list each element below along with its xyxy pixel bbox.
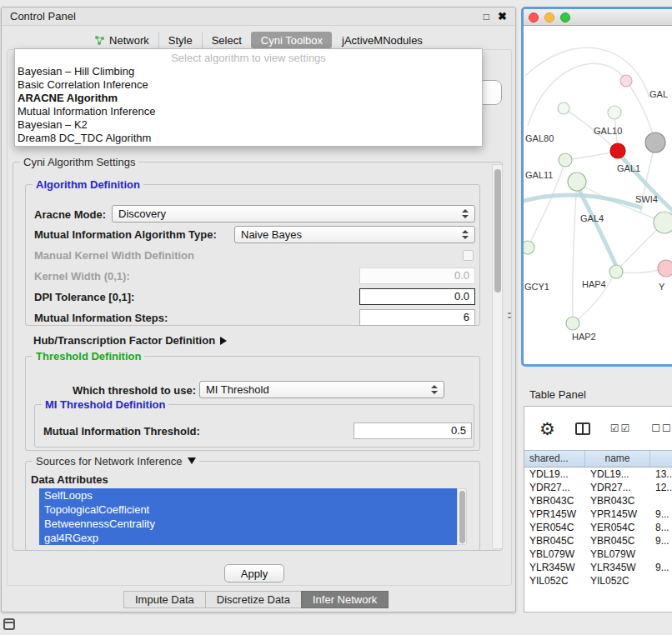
attribute-item-selected[interactable]: gal4RGexp bbox=[39, 531, 457, 545]
data-attributes-list: SelfLoops TopologicalCoefficient Between… bbox=[39, 488, 457, 545]
select-all-checkboxes-icon[interactable]: ☑☑ bbox=[610, 422, 632, 434]
hub-tf-definition-toggle[interactable]: Hub/Transcription Factor Definition bbox=[33, 334, 227, 348]
minimize-traffic-light-icon[interactable] bbox=[544, 12, 554, 22]
kernel-width-label: Kernel Width (0,1): bbox=[34, 270, 130, 283]
dpi-tolerance-field[interactable]: 0.0 bbox=[359, 288, 475, 305]
attribute-item-selected[interactable]: TopologicalCoefficient bbox=[39, 502, 457, 517]
which-threshold-label: Which threshold to use: bbox=[73, 384, 196, 398]
tab-jactivemnodules[interactable]: jActiveMNodules bbox=[332, 32, 432, 48]
network-view-content: GAL80 GAL10 GAL GAL11 GAL1 SWI4 GAL4 GCY… bbox=[524, 26, 672, 364]
column-header-name[interactable]: name bbox=[585, 451, 650, 467]
tab-cyni-toolbox[interactable]: Cyni Toolbox bbox=[251, 32, 332, 48]
sources-toggle[interactable]: Sources for Network Inference bbox=[33, 455, 199, 468]
network-node-label: GAL4 bbox=[580, 213, 604, 223]
tab-infer-network[interactable]: Infer Network bbox=[301, 591, 389, 608]
bottom-tab-bar: Impute Data Discretize Data Infer Networ… bbox=[123, 591, 389, 608]
network-node[interactable] bbox=[524, 241, 534, 254]
table-row[interactable]: YIL052CYIL052C bbox=[524, 574, 672, 588]
manual-kernel-label: Manual Kernel Width Definition bbox=[34, 249, 194, 262]
table-row[interactable]: YPR145WYPR145W9... bbox=[524, 508, 672, 521]
network-node[interactable] bbox=[558, 102, 569, 114]
tab-label: Cyni Toolbox bbox=[261, 34, 323, 47]
dpi-tolerance-label: DPI Tolerance [0,1]: bbox=[34, 291, 134, 304]
deselect-all-checkboxes-icon[interactable]: ☐☐ bbox=[651, 422, 672, 434]
network-node-label: HAP4 bbox=[582, 279, 606, 289]
control-panel-window: Control Panel □ ✖ Network Style Select C… bbox=[1, 7, 516, 612]
attribute-list-scrollbar[interactable] bbox=[457, 488, 467, 545]
attribute-item-selected[interactable]: BetweennessCentrality bbox=[39, 517, 457, 531]
apply-button[interactable]: Apply bbox=[224, 564, 284, 582]
algorithm-option[interactable]: Mutual Information Inference bbox=[15, 105, 482, 118]
columns-icon[interactable] bbox=[575, 422, 590, 435]
network-window-titlebar[interactable] bbox=[524, 9, 672, 26]
tab-discretize-data[interactable]: Discretize Data bbox=[205, 591, 302, 608]
table-panel-title: Table Panel bbox=[529, 388, 586, 401]
manual-kernel-checkbox bbox=[463, 250, 474, 261]
zoom-traffic-light-icon[interactable] bbox=[560, 12, 570, 22]
aracne-mode-select[interactable]: Discovery bbox=[112, 205, 475, 222]
tab-label: jActiveMNodules bbox=[342, 34, 423, 47]
close-traffic-light-icon[interactable] bbox=[529, 12, 539, 22]
chevron-down-icon bbox=[188, 458, 196, 464]
table-row[interactable]: YDR27...YDR27...12... bbox=[524, 481, 672, 494]
network-node[interactable] bbox=[645, 132, 665, 152]
close-window-icon[interactable]: ✖ bbox=[498, 12, 507, 22]
table-row[interactable]: YLR345WYLR345W9... bbox=[524, 561, 672, 574]
mi-steps-field[interactable]: 6 bbox=[359, 309, 475, 326]
algorithm-option[interactable]: Dream8 DC_TDC Algorithm bbox=[15, 132, 482, 145]
network-canvas[interactable]: GAL80 GAL10 GAL GAL11 GAL1 SWI4 GAL4 GCY… bbox=[524, 26, 672, 364]
network-node[interactable] bbox=[566, 317, 579, 330]
gear-icon[interactable]: ⚙ bbox=[539, 420, 555, 438]
attribute-item-selected[interactable]: SelfLoops bbox=[39, 488, 457, 502]
network-node[interactable] bbox=[608, 106, 621, 119]
tab-network[interactable]: Network bbox=[85, 32, 158, 48]
algorithm-option[interactable]: Bayesian – K2 bbox=[15, 118, 482, 132]
table-row[interactable]: YBL079WYBL079W bbox=[524, 548, 672, 561]
group-title: Threshold Definition bbox=[33, 350, 144, 362]
threshold-definition-group: Threshold Definition Which threshold to … bbox=[25, 356, 480, 451]
mi-type-label: Mutual Information Algorithm Type: bbox=[34, 228, 217, 242]
network-node[interactable] bbox=[654, 212, 672, 233]
network-node[interactable] bbox=[568, 172, 586, 191]
table-row[interactable]: YBR043CYBR043C bbox=[524, 494, 672, 508]
dropdown-prompt: Select algorithm to view settings bbox=[15, 51, 482, 65]
hub-tf-label: Hub/Transcription Factor Definition bbox=[33, 334, 215, 347]
panel-splitter-handle[interactable] bbox=[507, 308, 512, 322]
control-panel-titlebar[interactable]: Control Panel □ ✖ bbox=[2, 8, 515, 26]
panel-toggle-icon[interactable] bbox=[3, 618, 15, 630]
tab-label: Network bbox=[109, 34, 149, 47]
network-node-label: GCY1 bbox=[524, 282, 549, 292]
network-node-label: SWI4 bbox=[635, 194, 658, 204]
tab-select[interactable]: Select bbox=[202, 32, 251, 48]
algorithm-option[interactable]: Basic Correlation Inference bbox=[15, 78, 482, 92]
float-window-icon[interactable]: □ bbox=[484, 12, 489, 22]
combo-arrows-icon bbox=[462, 229, 469, 240]
settings-scrollbar[interactable] bbox=[492, 164, 503, 549]
tab-impute-data[interactable]: Impute Data bbox=[123, 591, 206, 608]
table-row[interactable]: YER054CYER054C8... bbox=[524, 521, 672, 534]
network-node[interactable] bbox=[609, 265, 623, 278]
kernel-width-field: 0.0 bbox=[359, 268, 475, 284]
network-node[interactable] bbox=[559, 153, 572, 167]
algorithm-option-selected[interactable]: ARACNE Algorithm bbox=[15, 92, 482, 105]
selected-value: MI Threshold bbox=[206, 383, 269, 396]
network-node-label: GAL1 bbox=[617, 163, 640, 173]
network-icon bbox=[94, 35, 105, 46]
table-toolbar: ⚙ ☑☑ ☐☐ bbox=[524, 407, 672, 450]
network-node-selected[interactable] bbox=[610, 143, 625, 158]
algorithm-option[interactable]: Bayesian – Hill Climbing bbox=[15, 65, 482, 78]
group-title: Cyni Algorithm Settings bbox=[20, 156, 138, 168]
table-row[interactable]: YDL19...YDL19...13... bbox=[524, 468, 672, 481]
table-row[interactable]: YBR045CYBR045C9... bbox=[524, 534, 672, 548]
which-threshold-select[interactable]: MI Threshold bbox=[199, 381, 444, 398]
mi-steps-label: Mutual Information Steps: bbox=[34, 312, 168, 325]
window-controls: □ ✖ bbox=[484, 12, 507, 22]
mi-threshold-field[interactable]: 0.5 bbox=[354, 422, 472, 439]
mi-type-select[interactable]: Naive Bayes bbox=[234, 226, 475, 243]
column-header-shared-name[interactable]: shared... bbox=[524, 451, 585, 467]
network-node[interactable] bbox=[658, 260, 672, 277]
selected-value: Discovery bbox=[118, 208, 166, 220]
tab-style[interactable]: Style bbox=[158, 32, 202, 48]
column-header-cut[interactable] bbox=[650, 451, 672, 467]
network-node[interactable] bbox=[620, 75, 632, 87]
